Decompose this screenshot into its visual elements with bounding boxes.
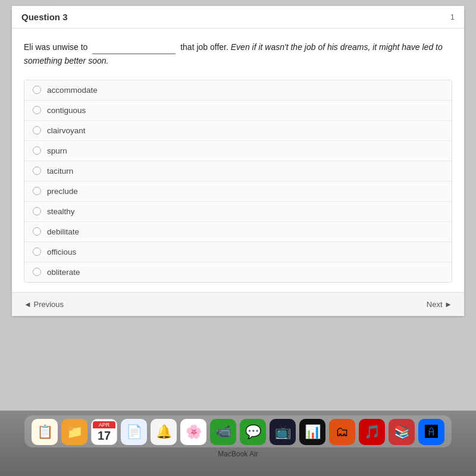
- dock-item-3[interactable]: 📄: [121, 419, 147, 445]
- dock-bar: 📋📁APR17📄🔔🌸📹💬📺📊🗂🎵📚🅰 MacBook Air: [0, 411, 476, 476]
- dock-icon-4: 🔔: [151, 419, 177, 445]
- dock-item-0[interactable]: 📋: [32, 419, 58, 445]
- dock: 📋📁APR17📄🔔🌸📹💬📺📊🗂🎵📚🅰: [24, 415, 452, 447]
- quiz-footer: ◄ Previous Next ►: [12, 292, 464, 316]
- radio-circle-1: [33, 86, 41, 94]
- option-label-10: obliterate: [47, 268, 80, 277]
- option-label-4: spurn: [47, 146, 67, 155]
- radio-circle-6: [33, 187, 41, 195]
- dock-item-6[interactable]: 📹: [210, 419, 236, 445]
- question-text-before: Eli was unwise to: [24, 42, 87, 52]
- dock-item-2[interactable]: APR17: [91, 419, 117, 445]
- option-item-3[interactable]: clairvoyant: [24, 121, 452, 141]
- radio-circle-2: [33, 106, 41, 114]
- radio-circle-8: [33, 227, 41, 236]
- radio-circle-5: [33, 167, 41, 175]
- macbook-label: MacBook Air: [218, 450, 258, 458]
- dock-item-12[interactable]: 📚: [389, 419, 415, 445]
- dock-icon-7: 💬: [240, 419, 266, 445]
- radio-circle-4: [33, 146, 41, 155]
- radio-circle-7: [33, 207, 41, 215]
- dock-item-10[interactable]: 🗂: [329, 419, 355, 445]
- dock-item-5[interactable]: 🌸: [180, 419, 206, 445]
- radio-circle-10: [33, 268, 41, 276]
- dock-item-11[interactable]: 🎵: [359, 419, 385, 445]
- quiz-container: Question 3 1 Eli was unwise to that job …: [12, 6, 464, 316]
- previous-button[interactable]: ◄ Previous: [24, 300, 64, 309]
- option-item-5[interactable]: taciturn: [24, 161, 452, 181]
- option-label-3: clairvoyant: [47, 126, 86, 135]
- option-label-8: debilitate: [47, 227, 79, 236]
- dock-item-8[interactable]: 📺: [270, 419, 296, 445]
- option-item-7[interactable]: stealthy: [24, 202, 452, 222]
- quiz-number: 1: [450, 12, 455, 21]
- option-item-6[interactable]: preclude: [24, 181, 452, 202]
- dock-icon-9: 📊: [299, 419, 325, 445]
- dock-item-4[interactable]: 🔔: [151, 419, 177, 445]
- dock-item-1[interactable]: 📁: [61, 419, 87, 445]
- dock-icon-1: 📁: [61, 419, 87, 445]
- dock-icon-3: 📄: [121, 419, 147, 445]
- option-label-5: taciturn: [47, 167, 73, 176]
- quiz-body: Eli was unwise to that job offer. Even i…: [12, 29, 464, 292]
- option-label-2: contiguous: [47, 106, 86, 115]
- dock-icon-0: 📋: [32, 419, 58, 445]
- option-item-9[interactable]: officious: [24, 242, 452, 262]
- dock-item-7[interactable]: 💬: [240, 419, 266, 445]
- radio-circle-3: [33, 126, 41, 134]
- dock-icon-8: 📺: [270, 419, 296, 445]
- dock-icon-12: 📚: [389, 419, 415, 445]
- radio-circle-9: [33, 248, 41, 256]
- option-label-7: stealthy: [47, 207, 75, 216]
- dock-icon-11: 🎵: [359, 419, 385, 445]
- dock-icon-2: APR17: [91, 419, 117, 445]
- dock-icon-6: 📹: [210, 419, 236, 445]
- quiz-header: Question 3 1: [12, 6, 464, 29]
- option-item-8[interactable]: debilitate: [24, 222, 452, 242]
- options-list: accommodatecontiguousclairvoyantspurntac…: [24, 80, 452, 283]
- question-blank: [92, 40, 176, 54]
- option-label-9: officious: [47, 248, 76, 256]
- dock-icon-13: 🅰: [418, 419, 444, 445]
- dock-icon-10: 🗂: [329, 419, 355, 445]
- option-item-10[interactable]: obliterate: [24, 262, 452, 282]
- option-label-6: preclude: [47, 187, 78, 196]
- dock-item-9[interactable]: 📊: [299, 419, 325, 445]
- option-item-1[interactable]: accommodate: [24, 80, 452, 101]
- question-text: Eli was unwise to that job offer. Even i…: [24, 40, 452, 68]
- quiz-title: Question 3: [21, 12, 68, 22]
- option-item-4[interactable]: spurn: [24, 141, 452, 161]
- next-button[interactable]: Next ►: [427, 300, 452, 309]
- option-item-2[interactable]: contiguous: [24, 101, 452, 121]
- dock-icon-5: 🌸: [180, 419, 206, 445]
- dock-item-13[interactable]: 🅰: [418, 419, 444, 445]
- option-label-1: accommodate: [47, 86, 98, 95]
- quiz-body-wrapper: Eli was unwise to that job offer. Even i…: [12, 29, 464, 292]
